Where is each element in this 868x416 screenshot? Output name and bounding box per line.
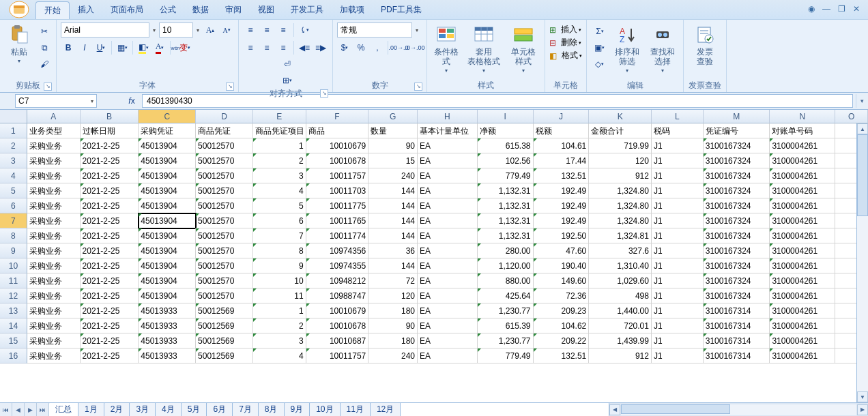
cell[interactable]: 3100004261 bbox=[770, 258, 835, 273]
cell[interactable]: 45013904 bbox=[139, 243, 196, 258]
column-header[interactable]: L bbox=[652, 110, 704, 123]
delete-cells-button[interactable]: ⊟ 删除▾ bbox=[549, 37, 582, 48]
cell[interactable]: 1,132.31 bbox=[478, 228, 534, 243]
cell[interactable]: 50012570 bbox=[196, 228, 253, 243]
phonetic-button[interactable]: wén变▾ bbox=[173, 40, 188, 55]
cell[interactable]: 采购业务 bbox=[27, 273, 81, 288]
cell[interactable]: 104.61 bbox=[534, 138, 590, 153]
cell[interactable]: 基本计量单位 bbox=[418, 123, 478, 138]
cell[interactable]: 3100167324 bbox=[704, 138, 770, 153]
cell[interactable]: 凭证编号 bbox=[704, 123, 770, 138]
cell[interactable]: 业务类型 bbox=[27, 123, 81, 138]
comma-button[interactable]: , bbox=[370, 40, 385, 55]
sort-filter-button[interactable]: AZ 排序和 筛选▾ bbox=[611, 23, 643, 76]
sheet-tab[interactable]: 汇总 bbox=[49, 403, 78, 416]
cell[interactable]: 3100167324 bbox=[704, 288, 770, 303]
cell[interactable]: EA bbox=[418, 243, 478, 258]
cell[interactable]: 50012570 bbox=[196, 288, 253, 303]
row-header[interactable]: 16 bbox=[0, 348, 27, 363]
sheet-tab[interactable]: 12月 bbox=[370, 403, 401, 416]
cell[interactable]: 912 bbox=[589, 348, 652, 363]
insert-cells-button[interactable]: ⊞ 插入▾ bbox=[549, 24, 582, 35]
worksheet-grid[interactable]: ABCDEFGHIJKLMNO 1业务类型过帐日期采购凭证商品凭证商品凭证项目商… bbox=[0, 110, 868, 402]
column-header[interactable]: D bbox=[196, 110, 253, 123]
sheet-tab[interactable]: 4月 bbox=[155, 403, 182, 416]
number-launcher[interactable]: ↘ bbox=[414, 83, 422, 91]
cell[interactable]: 3100167314 bbox=[704, 333, 770, 348]
align-right-button[interactable]: ≡ bbox=[276, 40, 291, 55]
ribbon-tab[interactable]: 公式 bbox=[151, 1, 184, 19]
cell[interactable]: 2021-2-25 bbox=[81, 288, 139, 303]
cell[interactable]: 1,230.77 bbox=[478, 333, 534, 348]
underline-button[interactable]: U▾ bbox=[93, 40, 108, 55]
cell[interactable]: 209.22 bbox=[534, 333, 590, 348]
merge-center-button[interactable]: ⊞▾ bbox=[246, 73, 328, 88]
expand-formula-bar[interactable]: ▾ bbox=[856, 94, 868, 108]
cell[interactable]: 采购业务 bbox=[27, 198, 81, 213]
cell[interactable]: 11 bbox=[253, 288, 306, 303]
cell[interactable]: 45013933 bbox=[139, 333, 196, 348]
cell[interactable]: 3100004261 bbox=[770, 228, 835, 243]
cell[interactable]: EA bbox=[418, 348, 478, 363]
cut-button[interactable]: ✂ bbox=[37, 24, 52, 39]
cell[interactable]: 2021-2-25 bbox=[81, 153, 139, 168]
minimize-ribbon-icon[interactable]: — bbox=[820, 3, 833, 15]
increase-font-button[interactable]: A▴ bbox=[203, 23, 218, 38]
cell[interactable]: 2021-2-25 bbox=[81, 228, 139, 243]
cell[interactable]: 17.44 bbox=[534, 153, 590, 168]
cell[interactable]: 3 bbox=[253, 333, 306, 348]
cell[interactable]: 采购业务 bbox=[27, 168, 81, 183]
align-launcher[interactable]: ↘ bbox=[320, 89, 328, 98]
cell[interactable]: EA bbox=[418, 273, 478, 288]
cell[interactable]: EA bbox=[418, 333, 478, 348]
scroll-left-button[interactable]: ◀ bbox=[609, 404, 620, 415]
cell[interactable]: EA bbox=[418, 228, 478, 243]
cell[interactable]: 采购业务 bbox=[27, 303, 81, 318]
cell[interactable]: 对账单号码 bbox=[770, 123, 835, 138]
cell[interactable]: 4 bbox=[253, 183, 306, 198]
invoice-check-button[interactable]: 发票 查验 bbox=[688, 23, 722, 76]
cell[interactable]: 45013904 bbox=[139, 228, 196, 243]
cell[interactable]: 2021-2-25 bbox=[81, 333, 139, 348]
row-header[interactable]: 6 bbox=[0, 198, 27, 213]
cell[interactable]: 120 bbox=[368, 288, 418, 303]
office-button[interactable] bbox=[3, 0, 35, 19]
cell[interactable]: 192.49 bbox=[534, 213, 590, 228]
cell[interactable]: 149.60 bbox=[534, 273, 590, 288]
paste-button[interactable]: 粘贴 ▾ bbox=[4, 23, 34, 76]
cell[interactable]: 3100004261 bbox=[770, 153, 835, 168]
cell[interactable]: 10010679 bbox=[306, 303, 369, 318]
cell[interactable]: 45013933 bbox=[139, 303, 196, 318]
last-sheet-button[interactable]: ⏭ bbox=[37, 403, 49, 416]
autosum-button[interactable]: Σ▾ bbox=[591, 24, 608, 39]
cell[interactable]: 1,324.81 bbox=[589, 228, 652, 243]
cell[interactable]: 1 bbox=[253, 303, 306, 318]
cell[interactable]: 1,029.60 bbox=[589, 273, 652, 288]
cell[interactable]: 50012569 bbox=[196, 333, 253, 348]
cell[interactable]: 1,132.31 bbox=[478, 198, 534, 213]
cell[interactable]: 3100004261 bbox=[770, 183, 835, 198]
cell[interactable]: 3100167324 bbox=[704, 198, 770, 213]
cell[interactable]: 8 bbox=[253, 243, 306, 258]
cell[interactable]: J1 bbox=[652, 348, 704, 363]
cell[interactable]: 采购业务 bbox=[27, 318, 81, 333]
cell[interactable]: 数量 bbox=[368, 123, 418, 138]
cell[interactable]: 10988747 bbox=[306, 288, 369, 303]
increase-decimal-button[interactable]: .00→.0 bbox=[391, 40, 406, 55]
cell[interactable]: 1,324.80 bbox=[589, 183, 652, 198]
cell[interactable]: 45013904 bbox=[139, 183, 196, 198]
cell[interactable]: 45013904 bbox=[139, 213, 196, 228]
column-header[interactable]: M bbox=[704, 110, 770, 123]
cell[interactable]: 3100004261 bbox=[770, 303, 835, 318]
cell[interactable]: 180 bbox=[368, 333, 418, 348]
cell[interactable]: 192.49 bbox=[534, 198, 590, 213]
cell[interactable]: 3100004261 bbox=[770, 198, 835, 213]
format-painter-button[interactable]: 🖌 bbox=[37, 57, 52, 72]
cell[interactable]: 10948212 bbox=[306, 273, 369, 288]
cell[interactable]: 2021-2-25 bbox=[81, 273, 139, 288]
cell[interactable]: 50012570 bbox=[196, 243, 253, 258]
cell[interactable]: 280.00 bbox=[478, 243, 534, 258]
cell[interactable]: 3100004261 bbox=[770, 333, 835, 348]
cell[interactable]: 72.36 bbox=[534, 288, 590, 303]
cell[interactable]: J1 bbox=[652, 243, 704, 258]
